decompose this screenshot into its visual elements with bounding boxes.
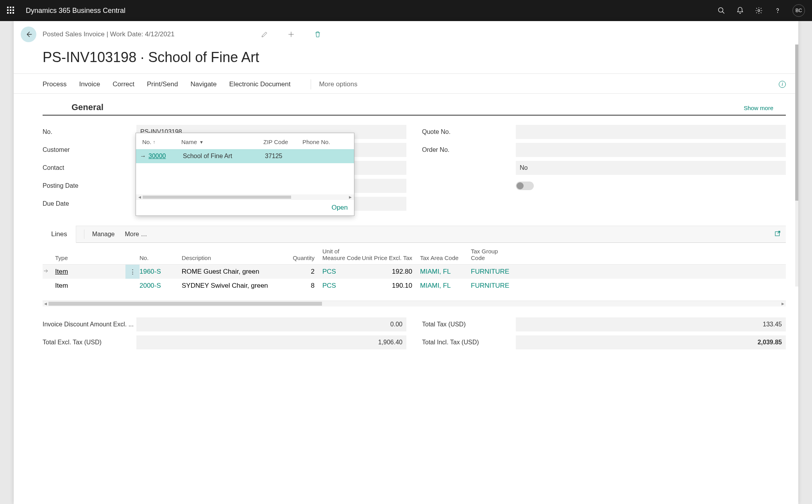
lookup-row[interactable]: → 30000 School of Fine Art 37125 [136, 149, 354, 163]
lookup-row-zip: 37125 [265, 153, 304, 160]
svg-point-0 [719, 8, 723, 12]
app-title: Dynamics 365 Business Central [26, 7, 717, 15]
cell-no[interactable]: 1960-S [140, 268, 182, 276]
delete-icon[interactable] [314, 30, 322, 38]
label-due-date: Due Date [43, 200, 136, 207]
label-quote-no: Quote No. [422, 128, 516, 135]
label-customer: Customer [43, 146, 136, 153]
tab-invoice[interactable]: Invoice [79, 80, 107, 88]
cell-desc: SYDNEY Swivel Chair, green [182, 282, 283, 290]
action-bar: Process Invoice Correct Print/Send Navig… [14, 73, 798, 94]
cell-taxarea[interactable]: MIAMI, FL [412, 282, 463, 290]
cell-taxgrp[interactable]: FURNITURE [463, 282, 506, 290]
new-icon[interactable] [287, 30, 295, 38]
tab-printsend[interactable]: Print/Send [147, 80, 185, 88]
field-discount: 0.00 [136, 317, 406, 331]
label-total-incl: Total Incl. Tax (USD) [422, 339, 516, 346]
cell-desc: ROME Guest Chair, green [182, 268, 283, 276]
tab-correct[interactable]: Correct [113, 80, 141, 88]
cell-type[interactable]: Item [55, 282, 125, 290]
col-uom[interactable]: Unit of Measure Code [315, 248, 361, 261]
lookup-col-name[interactable]: Name ▼ [181, 139, 263, 145]
lookup-row-name: School of Fine Art [183, 153, 265, 160]
tab-edoc[interactable]: Electronic Document [229, 80, 298, 88]
field-total-incl: 2,039.85 [516, 335, 786, 349]
table-row[interactable]: Item ⋮ 1960-S ROME Guest Chair, green 2 … [43, 265, 786, 279]
cell-type[interactable]: Item [55, 268, 125, 276]
toggle-switch[interactable] [516, 182, 534, 190]
lines-popout-icon[interactable] [774, 230, 781, 237]
more-options[interactable]: More options [319, 80, 357, 88]
help-icon[interactable] [774, 7, 782, 14]
search-icon[interactable] [717, 7, 725, 14]
section-general-title: General [72, 102, 104, 112]
lookup-col-no[interactable]: No. ↑ [142, 139, 181, 145]
page-title: PS-INV103198 · School of Fine Art [14, 46, 798, 73]
label-order-no: Order No. [422, 146, 516, 153]
settings-icon[interactable] [755, 7, 763, 14]
col-no[interactable]: No. [140, 255, 182, 261]
col-price[interactable]: Unit Price Excl. Tax [361, 255, 412, 261]
cell-taxarea[interactable]: MIAMI, FL [412, 268, 463, 276]
col-type[interactable]: Type [55, 255, 125, 261]
table-row[interactable]: Item 2000-S SYDNEY Swivel Chair, green 8… [43, 279, 786, 293]
row-indicator-icon: → [140, 153, 148, 160]
cell-no[interactable]: 2000-S [140, 282, 182, 290]
lines-more-options[interactable]: More options [125, 231, 148, 238]
svg-line-1 [723, 12, 724, 14]
row-menu-icon[interactable]: ⋮ [125, 265, 140, 279]
label-discount: Invoice Discount Amount Excl. ... [43, 321, 136, 328]
label-total-excl: Total Excl. Tax (USD) [43, 339, 136, 346]
label-no: No. [43, 128, 136, 135]
back-button[interactable] [21, 27, 36, 42]
breadcrumb: Posted Sales Invoice | Work Date: 4/12/2… [43, 30, 175, 38]
page-card: Posted Sales Invoice | Work Date: 4/12/2… [14, 21, 798, 504]
lines-tab[interactable]: Lines [43, 226, 76, 243]
lookup-open-button[interactable]: Open [331, 204, 348, 212]
customer-lookup-popup: No. ↑ Name ▼ ZIP Code Phone No. → 30000 … [136, 133, 354, 216]
cell-taxgrp[interactable]: FURNITURE [463, 268, 506, 276]
col-taxgrp[interactable]: Tax Group Code [463, 248, 506, 261]
field-total-tax: 133.45 [516, 317, 786, 331]
cell-qty: 8 [283, 282, 315, 290]
row-indicator-icon [43, 268, 55, 276]
field-order-no[interactable] [516, 143, 786, 157]
label-contact: Contact [43, 164, 136, 171]
show-more-link[interactable]: Show more [744, 105, 773, 111]
field-closed[interactable]: No [516, 161, 786, 175]
edit-icon[interactable] [261, 30, 268, 38]
lines-manage[interactable]: Manage [92, 231, 115, 238]
lookup-h-scrollbar[interactable]: ◀▶ [136, 194, 354, 200]
label-total-tax: Total Tax (USD) [422, 321, 516, 328]
lookup-col-zip[interactable]: ZIP Code [263, 139, 302, 145]
field-quote-no[interactable] [516, 125, 786, 139]
cell-uom[interactable]: PCS [315, 282, 361, 290]
top-bar: Dynamics 365 Business Central BC [0, 0, 812, 21]
svg-point-2 [758, 10, 760, 12]
cell-price: 192.80 [361, 268, 412, 276]
lines-columns: Type No. Description Quantity Unit of Me… [43, 243, 786, 265]
app-launcher-icon[interactable] [7, 7, 15, 14]
cell-uom[interactable]: PCS [315, 268, 361, 276]
label-toggle [422, 182, 516, 189]
tab-process[interactable]: Process [43, 80, 73, 88]
tab-navigate[interactable]: Navigate [190, 80, 224, 88]
cell-price: 190.10 [361, 282, 412, 290]
col-taxarea[interactable]: Tax Area Code [412, 255, 463, 261]
lines-h-scrollbar[interactable]: ◀▶ [43, 301, 786, 306]
svg-point-3 [778, 12, 778, 13]
label-posting-date: Posting Date [43, 182, 136, 189]
cell-qty: 2 [283, 268, 315, 276]
user-avatar[interactable]: BC [792, 4, 805, 17]
lookup-row-no[interactable]: 30000 [148, 153, 183, 160]
field-total-excl: 1,906.40 [136, 335, 406, 349]
sort-asc-icon: ↑ [153, 139, 155, 145]
label-closed [422, 164, 516, 171]
col-qty[interactable]: Quantity [283, 255, 315, 261]
filter-icon[interactable]: ▼ [199, 140, 204, 144]
notifications-icon[interactable] [736, 7, 744, 14]
lookup-col-phone[interactable]: Phone No. [302, 139, 348, 145]
lines-header: Lines Manage More options [43, 226, 786, 243]
col-desc[interactable]: Description [182, 255, 283, 261]
info-icon[interactable]: i [779, 81, 786, 88]
